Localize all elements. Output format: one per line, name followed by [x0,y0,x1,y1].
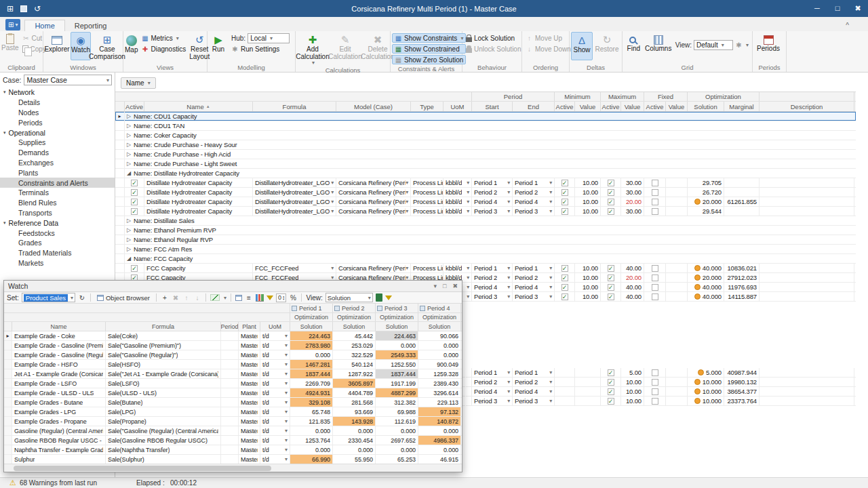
cell-max[interactable]: 30.00 [621,188,644,197]
cell-sol[interactable]: 10.000 [688,396,724,405]
cell-name[interactable]: Distillate Hydrotreater Capacity [144,178,253,187]
column-header-active-12[interactable]: Active [644,102,666,111]
chevron-down-icon[interactable]: ▾ [285,456,288,462]
cell-sol[interactable]: 10.000 [688,387,724,396]
cell-formula[interactable]: DistillateHydrotreater_LGO▾ [253,188,336,197]
cell-period-2-solution[interactable]: 0.000 [333,426,376,435]
cell-formula[interactable]: Sale(Propane) [106,417,221,426]
cell-plant[interactable]: Master... [239,417,260,426]
cell-desc[interactable] [760,292,854,301]
tree-item-feedstocks[interactable]: Feedstocks [0,228,115,238]
watch-row[interactable]: Example Grade - Gasoline (Premium)Sale("… [4,341,462,350]
cell-start[interactable]: Period 3▾ [472,207,513,216]
cell-period[interactable] [221,360,239,369]
cell-period-1-solution[interactable]: 224.463 [290,331,333,340]
cell-sol[interactable]: 26.720 [688,188,724,197]
cell-period-3-solution[interactable]: 69.988 [376,407,418,416]
chevron-down-icon[interactable]: ▾ [285,437,288,443]
column-header-end-7[interactable]: End [513,102,555,111]
delete-calculation-button[interactable]: ✖Delete Calculation [362,32,393,60]
checkbox[interactable] [652,274,658,281]
tree-item-supplies[interactable]: Supplies [0,138,115,148]
group-row[interactable]: ▷Name: Crude Purchase - Heavy Sour [115,140,856,150]
tree-item-grades[interactable]: Grades [0,238,115,248]
cell-start[interactable]: Period 4▾ [472,387,513,396]
watch-row[interactable]: Naphtha Transfer - Example GradeSale(Nap… [4,445,462,455]
cell-marg[interactable]: 11976.693 [724,283,760,291]
cell-uom[interactable]: kbbl/d▾ [443,178,472,187]
run-settings-button[interactable]: ✱Run Settings [229,44,292,54]
watch-column-header-period[interactable]: Period [221,322,239,331]
cell-period-2-solution[interactable]: 93.669 [333,407,376,416]
collapse-group-icon[interactable]: ◢ [127,256,131,262]
cell-name[interactable]: Example Grades - LPG [12,407,106,416]
chevron-down-icon[interactable]: ▾ [285,399,288,405]
column-header-model-case-3[interactable]: Model (Case) [336,102,411,111]
cell-min[interactable] [575,387,601,396]
cell-marg[interactable] [724,178,760,187]
cell-fixA[interactable] [644,368,666,377]
grid-view-select[interactable]: Default▾ [694,40,733,50]
cell-period-1-solution[interactable]: 0.000 [290,445,333,454]
chevron-down-icon[interactable]: ▾ [507,199,510,205]
checkbox[interactable]: ✓ [608,388,614,395]
checkbox[interactable] [652,388,658,395]
cell-period-2-solution[interactable]: 253.029 [333,341,376,350]
cell-minA[interactable] [555,396,575,405]
cell-plant[interactable]: Master... [239,407,260,416]
decimals-spinner[interactable]: 0▴▾ [276,293,287,302]
checkbox[interactable] [652,199,658,205]
cell-formula[interactable]: Sale(Naphtha Transfer) [106,445,221,454]
tree-item-periods[interactable]: Periods [0,117,115,127]
column-header-value-11[interactable]: Value [621,102,644,111]
cell-maxA[interactable]: ✓ [601,207,621,216]
cell-minA[interactable]: ✓ [555,292,575,301]
spin-down-icon[interactable]: ▾ [283,298,285,300]
cell-fixV[interactable] [666,273,688,282]
add-watch-icon[interactable]: + [161,294,169,302]
explorer-button[interactable]: Explorer [45,32,69,60]
watch-row[interactable]: Example Grade - LSFOSale(LSFO)Master...t… [4,379,462,388]
group-row[interactable]: ▷Name: FCC Atm Res [115,245,856,254]
cell-max[interactable]: 10.00 [621,387,644,396]
chevron-down-icon[interactable]: ▾ [549,398,552,404]
case-comparison-button[interactable]: ⊞Case Comparison [92,32,122,60]
cell-period-2-solution[interactable]: 281.568 [333,398,376,407]
cell-period[interactable] [221,388,239,397]
group-row[interactable]: ▷Name: Crude Purchase - Light Sweet [115,159,856,169]
cell-period-2-solution[interactable]: 3605.897 [333,379,376,388]
tree-item-markets[interactable]: Markets [0,258,115,268]
cell-marg[interactable]: 38654.377 [724,387,760,396]
cell-period-4-solution[interactable]: 1259.328 [418,369,461,378]
expand-group-icon[interactable]: ▷ [127,161,131,167]
cell-maxA[interactable]: ✓ [601,396,621,405]
expand-group-icon[interactable]: ▷ [127,151,131,157]
checkbox[interactable]: ✓ [131,208,138,215]
cell-model[interactable]: Corsicana Refinery (Period 4)▾ [336,197,411,206]
cell-active[interactable]: ✓ [125,178,144,187]
chevron-down-icon[interactable]: ▾ [406,189,408,195]
watch-column-header-plant[interactable]: Plant [239,322,260,331]
column-header-active-8[interactable]: Active [555,102,575,111]
cell-start[interactable]: Period 1▾ [472,264,513,272]
constraint-row[interactable]: ✓FCC CapacityFCC_FCCFeed▾Corsicana Refin… [115,264,856,273]
column-header-type-4[interactable]: Type [411,102,443,111]
cell-uom[interactable]: t/d▾ [260,445,290,454]
cell-period-1-solution[interactable]: 4924.931 [290,388,333,397]
cell-name[interactable]: Example Grades - Propane [12,417,106,426]
cell-period-1-solution[interactable]: 2783.980 [290,341,333,350]
cell-period-3-solution[interactable]: 65.253 [376,455,418,464]
checkbox[interactable]: ✓ [561,284,568,291]
checkbox[interactable]: ✓ [608,398,614,405]
chevron-down-icon[interactable]: ▾ [507,388,510,394]
checkbox[interactable] [652,265,658,272]
checkbox[interactable]: ✓ [608,199,614,205]
cell-sol[interactable]: 29.705 [688,178,724,187]
cell-min[interactable]: 10.00 [575,292,601,301]
cell-maxA[interactable]: ✓ [601,197,621,206]
cell-period-1-solution[interactable]: 66.990 [290,455,333,464]
cell-name[interactable]: Example Grade - HSFO [12,360,106,369]
cell-desc[interactable] [760,207,854,216]
tree-item-details[interactable]: Details [0,98,115,108]
scrollbar-thumb[interactable] [14,466,271,471]
